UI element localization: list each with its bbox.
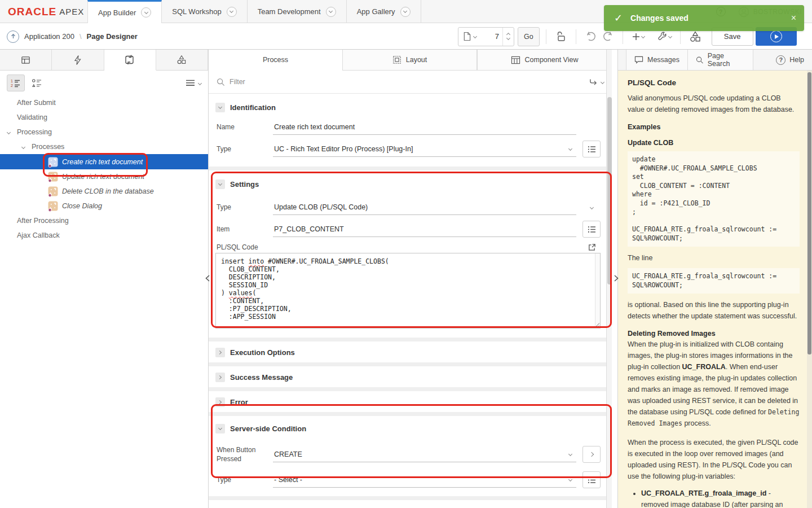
tree-node-processes[interactable]: Processes: [0, 139, 208, 154]
help-content: PL/SQL Code Valid anonymous PL/SQL code …: [618, 71, 812, 508]
when-button-select[interactable]: CREATE: [273, 447, 576, 462]
tab-rendering[interactable]: [0, 50, 52, 70]
expand-icon[interactable]: [215, 397, 225, 407]
go-to-group-button[interactable]: [589, 78, 604, 86]
condition-type-list-button[interactable]: [582, 471, 601, 488]
open-code-editor-button[interactable]: [582, 243, 601, 252]
tab-dynamic-actions[interactable]: [52, 50, 104, 70]
tab-label: Layout: [406, 56, 427, 64]
tab-page-search[interactable]: Page Search: [688, 50, 753, 70]
tree-node-update-rich-text-document[interactable]: Update rich text document: [0, 169, 208, 184]
tree-node-validating[interactable]: Validating: [0, 110, 208, 125]
section-execution-options-header[interactable]: Execution Options: [209, 341, 606, 362]
tab-process[interactable]: Process: [209, 50, 342, 71]
code-scrollbar[interactable]: [595, 253, 600, 328]
search-icon: [696, 56, 704, 64]
tree-node-after-submit[interactable]: After Submit: [0, 95, 208, 110]
tree-node-delete-clob[interactable]: Delete CLOB in the database: [0, 184, 208, 199]
wrench-icon: [657, 31, 668, 42]
go-to-button[interactable]: [582, 446, 601, 463]
chevron-down-icon[interactable]: [227, 7, 237, 17]
utilities-menu-button[interactable]: [655, 31, 674, 42]
tree-expand-icon[interactable]: [21, 144, 25, 148]
page-number-stepper[interactable]: [502, 28, 514, 46]
tree-menu-button[interactable]: [186, 80, 201, 86]
tab-app-gallery[interactable]: App Gallery: [347, 0, 421, 23]
group-by-type-button[interactable]: [28, 75, 46, 91]
tree-node-ajax-callback[interactable]: Ajax Callback: [0, 228, 208, 243]
lock-page-icon[interactable]: [553, 28, 570, 45]
breadcrumb-application[interactable]: Application 200: [24, 32, 74, 41]
tab-app-builder[interactable]: App Builder: [87, 0, 162, 24]
section-settings-header[interactable]: Settings: [209, 170, 606, 194]
create-menu-button[interactable]: [629, 32, 647, 41]
chevron-down-icon[interactable]: [589, 205, 593, 209]
collapse-icon[interactable]: [215, 179, 225, 189]
numbered-list-icon: 12: [11, 78, 21, 87]
page-finder-button[interactable]: [458, 28, 481, 46]
plsql-code-editor[interactable]: insert into #OWNER#.UC_FROALA_SAMPLE_CLO…: [215, 253, 601, 329]
chevron-down-icon[interactable]: [326, 7, 336, 17]
collapse-icon[interactable]: [215, 424, 225, 433]
condition-type-select[interactable]: - Select -: [273, 472, 576, 488]
tree-label: Ajax Callback: [17, 231, 60, 239]
settings-type-select[interactable]: Update CLOB (PL/SQL Code): [273, 200, 576, 215]
expand-icon[interactable]: [215, 373, 225, 382]
layout-icon: [392, 55, 401, 64]
type-select[interactable]: UC - Rich Text Editor Pro (Process) [Plu…: [273, 142, 576, 157]
undo-icon[interactable]: [582, 28, 599, 45]
section-error-header[interactable]: Error: [209, 391, 606, 412]
tree-node-after-processing[interactable]: After Processing: [0, 213, 208, 228]
section-security: Security: [209, 500, 606, 501]
tree-node-processing[interactable]: Processing: [0, 125, 208, 139]
tree-node-close-dialog[interactable]: Close Dialog: [0, 199, 208, 213]
up-arrow-icon[interactable]: [7, 30, 19, 43]
tab-label: App Gallery: [357, 7, 395, 16]
tree-label: Close Dialog: [62, 202, 102, 210]
go-button[interactable]: Go: [518, 27, 540, 46]
tab-component-view[interactable]: Component View: [477, 50, 612, 71]
name-input[interactable]: Create rich text document: [273, 120, 576, 135]
tab-page-shared-components[interactable]: [156, 50, 208, 70]
list-icon: [588, 476, 596, 484]
plsql-code-text: insert into #OWNER#.UC_FROALA_SAMPLE_CLO…: [216, 253, 600, 325]
type-list-button[interactable]: [582, 141, 601, 157]
center-scrollbar[interactable]: [606, 50, 612, 508]
collapse-right-splitter[interactable]: [614, 275, 619, 282]
section-identification-header[interactable]: Identification: [209, 94, 606, 117]
section-security-header[interactable]: Security: [209, 500, 606, 501]
field-label: Type: [217, 203, 273, 212]
chevron-down-icon[interactable]: [141, 7, 151, 17]
collapse-icon[interactable]: [215, 103, 225, 112]
chevron-down-icon[interactable]: [400, 7, 411, 17]
section-server-side-header[interactable]: Server-side Condition: [209, 416, 606, 439]
tab-messages[interactable]: Messages: [626, 50, 688, 70]
tab-help[interactable]: ? Help: [768, 50, 812, 70]
property-editor: Identification Name Create rich text doc…: [209, 94, 606, 501]
tab-label: Help: [789, 56, 804, 64]
toast-close-icon[interactable]: ×: [791, 13, 796, 23]
tab-team-development[interactable]: Team Development: [248, 0, 347, 23]
collapse-left-splitter[interactable]: [205, 275, 210, 282]
order-by-execution-button[interactable]: 12: [7, 75, 25, 91]
page-number-input[interactable]: 7: [481, 32, 502, 41]
tab-layout[interactable]: Layout: [342, 50, 477, 71]
expand-icon[interactable]: [215, 348, 225, 357]
filter-input[interactable]: Filter: [230, 78, 589, 86]
tree-node-create-rich-text-document[interactable]: Create rich text document: [0, 154, 208, 169]
help-variable-list: UC_FROALA_RTE.g_froala_image_id - remove…: [641, 488, 800, 508]
tab-processing[interactable]: [104, 50, 156, 71]
help-scrollbar[interactable]: [807, 71, 812, 508]
help-deleting-paragraph: When the plug-in is initialized with CLO…: [628, 339, 800, 429]
changes-saved-toast: ✓ Changes saved ×: [604, 5, 804, 31]
section-success-message-header[interactable]: Success Message: [209, 366, 606, 387]
item-input[interactable]: P7_CLOB_CONTENT: [273, 222, 576, 237]
chevron-down-icon: [568, 478, 572, 481]
property-filter-bar: Filter: [209, 71, 612, 94]
tree-expand-icon[interactable]: [7, 130, 11, 134]
field-value: CREATE: [274, 450, 569, 458]
item-list-button[interactable]: [582, 221, 601, 238]
help-loop-paragraph: When the process is executed, the given …: [628, 437, 800, 482]
resize-grip[interactable]: [595, 323, 599, 327]
tab-sql-workshop[interactable]: SQL Workshop: [162, 0, 247, 23]
